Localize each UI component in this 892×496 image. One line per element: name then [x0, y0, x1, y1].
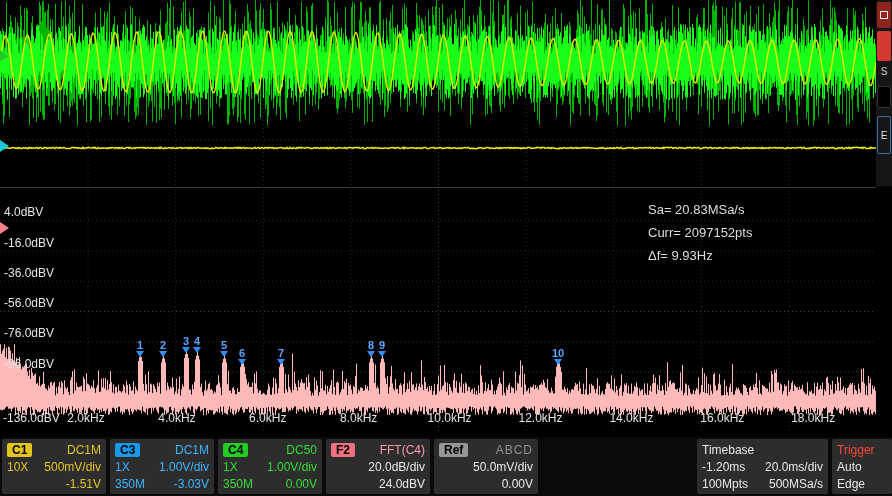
db-axis-label: -96.0dBV: [4, 357, 54, 371]
timebase-box[interactable]: Timebase -1.20ms 20.0ms/div 100Mpts 500M…: [697, 439, 828, 494]
ref-scale: 50.0mV/div: [473, 460, 533, 474]
delta-f-readout: Δf= 9.93Hz: [648, 244, 752, 267]
db-axis-label: -56.0dBV: [4, 296, 54, 310]
peak-number: 7: [272, 348, 290, 358]
sample-rate-readout: Sa= 20.83MSa/s: [648, 198, 752, 221]
channel-offset: -1.51V: [66, 477, 101, 491]
peak-number: 9: [373, 340, 391, 350]
ref-box[interactable]: Ref ABCD 50.0mV/div 0.00V: [434, 439, 538, 494]
freq-axis-label: 12.0kHz: [511, 411, 571, 425]
trigger-type: Edge: [837, 477, 865, 491]
peak-marker-10: 10: [549, 348, 567, 365]
db-axis-label: -36.0dBV: [4, 266, 54, 280]
peak-number: 10: [549, 348, 567, 358]
channel-coupling: DC1M: [175, 443, 209, 457]
freq-axis-label: 8.0kHz: [329, 411, 389, 425]
peak-flag-icon: [136, 351, 144, 357]
channel-scale: 500mV/div: [44, 460, 101, 474]
f2-scale: 20.0dB/div: [368, 460, 425, 474]
ref-offset: 0.00V: [502, 477, 533, 491]
timebase-title: Timebase: [702, 443, 754, 457]
peak-flag-icon: [554, 359, 562, 365]
status-bar: C1DC1M10X500mV/div-1.51VC3DC1M1X1.00V/di…: [0, 437, 892, 496]
waveform-display[interactable]: [0, 0, 876, 186]
peak-marker-1: 1: [131, 340, 149, 357]
c3-trace-marker[interactable]: [0, 140, 9, 152]
db-axis-label: -76.0dBV: [4, 326, 54, 340]
peak-marker-6: 6: [233, 348, 251, 365]
channel-chip: C1: [7, 443, 32, 457]
channel-probe: 10X: [7, 460, 28, 474]
channel-probe: 1X: [223, 460, 238, 474]
freq-axis-label: 16.0kHz: [692, 411, 752, 425]
square-icon: [880, 11, 888, 19]
db-axis-label: 4.0dBV: [4, 205, 43, 219]
peak-flag-icon: [220, 351, 228, 357]
channel-chip: C4: [223, 443, 248, 457]
channel-bandwidth: 350M: [115, 477, 145, 491]
freq-axis-label: 18.0kHz: [783, 411, 843, 425]
peak-marker-4: 4: [188, 336, 206, 353]
peak-number: 5: [215, 340, 233, 350]
timebase-delay: -1.20ms: [702, 460, 745, 474]
channel-chip: C3: [115, 443, 140, 457]
c4-trace-marker[interactable]: [0, 50, 9, 62]
peak-marker-9: 9: [373, 340, 391, 357]
freq-axis-label: 2.0kHz: [56, 411, 116, 425]
fft-readout: Sa= 20.83MSa/s Curr= 2097152pts Δf= 9.93…: [648, 198, 752, 267]
db-axis-label: -16.0dBV: [4, 236, 54, 250]
trigger-title: Trigger: [837, 443, 875, 457]
side-label-e: E: [881, 130, 888, 141]
window-divider: [0, 187, 876, 188]
side-button-2[interactable]: [877, 31, 891, 61]
trigger-box[interactable]: Trigger Auto Edge: [832, 439, 892, 494]
peak-number: 6: [233, 348, 251, 358]
channel-offset: -3.03V: [174, 477, 209, 491]
timebase-sample-rate: 500MSa/s: [769, 477, 823, 491]
freq-axis-label: 14.0kHz: [601, 411, 661, 425]
timebase-memory: 100Mpts: [702, 477, 748, 491]
freq-axis-label: 4.0kHz: [147, 411, 207, 425]
f2-reflevel: 24.0dBV: [379, 477, 425, 491]
db-axis-bottom-label: -136.0dBV: [3, 411, 60, 425]
channel-probe: 1X: [115, 460, 130, 474]
channel-coupling: DC50: [286, 443, 317, 457]
channel-coupling: DC1M: [67, 443, 101, 457]
f2-function-label: FFT(C4): [380, 443, 425, 457]
peak-marker-7: 7: [272, 348, 290, 365]
ref-chip: Ref: [439, 443, 468, 457]
channel-box-c1[interactable]: C1DC1M10X500mV/div-1.51V: [2, 439, 106, 494]
peak-marker-5: 5: [215, 340, 233, 357]
peak-number: 1: [131, 340, 149, 350]
side-panel: S E: [876, 0, 892, 186]
channel-box-c3[interactable]: C3DC1M1X1.00V/div350M-3.03V: [110, 439, 214, 494]
peak-number: 4: [188, 336, 206, 346]
current-points-readout: Curr= 2097152pts: [648, 221, 752, 244]
f2-chip: F2: [331, 443, 355, 457]
oscilloscope-screen: -136.0dBV Sa= 20.83MSa/s Curr= 2097152pt…: [0, 0, 892, 496]
fft-overlay: -136.0dBV Sa= 20.83MSa/s Curr= 2097152pt…: [0, 190, 876, 432]
channel-bandwidth: 350M: [223, 477, 253, 491]
timebase-scale: 20.0ms/div: [765, 460, 823, 474]
f2-box[interactable]: F2 FFT(C4) 20.0dB/div 24.0dBV: [326, 439, 430, 494]
peak-marker-2: 2: [154, 340, 172, 357]
trigger-mode: Auto: [837, 460, 862, 474]
peak-flag-icon: [378, 351, 386, 357]
side-button-1[interactable]: [877, 2, 891, 28]
channel-box-c4[interactable]: C4DC501X1.00V/div350M0.00V: [218, 439, 322, 494]
freq-axis-label: 10.0kHz: [420, 411, 480, 425]
side-button-3[interactable]: [877, 86, 891, 108]
peak-flag-icon: [159, 351, 167, 357]
ref-slots: ABCD: [496, 443, 533, 457]
peak-flag-icon: [193, 347, 201, 353]
peak-number: 2: [154, 340, 172, 350]
channel-scale: 1.00V/div: [267, 460, 317, 474]
channel-offset: 0.00V: [286, 477, 317, 491]
side-label-s: S: [876, 66, 892, 77]
side-button-4[interactable]: E: [877, 116, 891, 154]
peak-flag-icon: [277, 359, 285, 365]
freq-axis-label: 6.0kHz: [238, 411, 298, 425]
peak-flag-icon: [238, 359, 246, 365]
channel-scale: 1.00V/div: [159, 460, 209, 474]
